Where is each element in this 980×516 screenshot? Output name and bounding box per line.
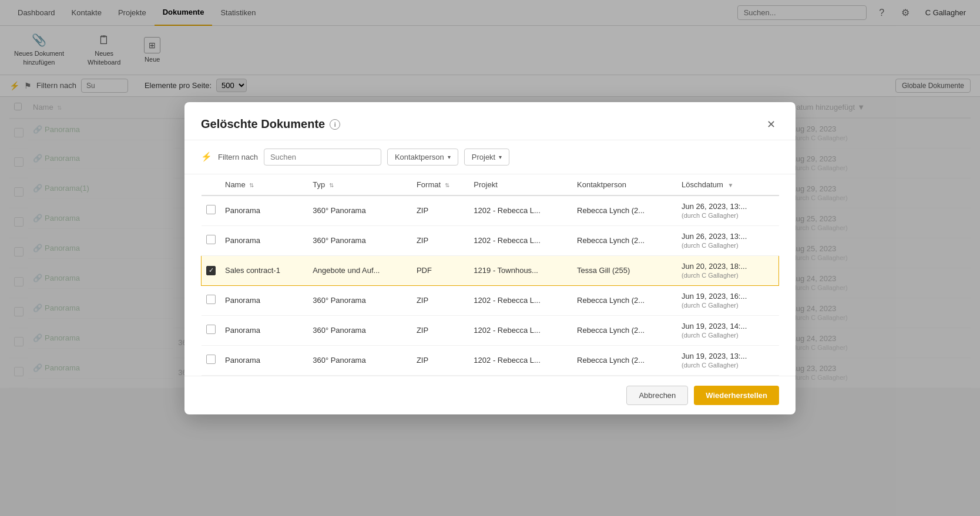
modal-filter-label: Filtern nach <box>218 153 258 161</box>
table-row[interactable]: Panorama 360° Panorama ZIP 1202 - Rebecc… <box>202 345 779 375</box>
row-projekt: 1202 - Rebecca L... <box>469 285 572 315</box>
row-typ: 360° Panorama <box>308 225 412 255</box>
row-name: Panorama <box>220 225 308 255</box>
modal-filter-icon-1[interactable]: ⚡ <box>201 151 212 162</box>
chevron-down-icon: ▾ <box>448 154 451 160</box>
modal-title-text: Gelöschte Dokumente <box>201 117 325 131</box>
modal-search-input[interactable] <box>264 149 381 166</box>
th-projekt[interactable]: Projekt <box>469 174 572 195</box>
typ-sort-icon: ⇅ <box>329 182 334 188</box>
row-typ: Angebote und Auf... <box>308 255 412 285</box>
info-icon[interactable]: i <box>330 119 340 130</box>
row-format: ZIP <box>412 225 469 255</box>
row-name: Panorama <box>220 345 308 375</box>
row-checkbox[interactable] <box>206 266 216 275</box>
chevron-down-icon-2: ▾ <box>499 154 502 160</box>
row-format: ZIP <box>412 345 469 375</box>
row-projekt: 1202 - Rebecca L... <box>469 225 572 255</box>
row-kontakt: Rebecca Lynch (2... <box>572 195 677 226</box>
modal-footer: Abbrechen Wiederherstellen <box>184 376 796 388</box>
th-kontakt[interactable]: Kontaktperson <box>572 174 677 195</box>
name-sort-icon: ⇅ <box>249 182 254 188</box>
table-row[interactable]: Sales contract-1 Angebote und Auf... PDF… <box>202 255 779 285</box>
table-row[interactable]: Panorama 360° Panorama ZIP 1202 - Rebecc… <box>202 315 779 345</box>
row-checkbox[interactable] <box>206 325 216 334</box>
th-datum[interactable]: Löschdatum <box>677 174 778 195</box>
row-format: ZIP <box>412 315 469 345</box>
modal-header: Gelöschte Dokumente i ✕ <box>184 102 796 140</box>
format-sort-icon: ⇅ <box>445 182 449 188</box>
th-name[interactable]: Name ⇅ <box>220 174 308 195</box>
table-row[interactable]: Panorama 360° Panorama ZIP 1202 - Rebecc… <box>202 195 779 226</box>
row-datum: Jun 20, 2023, 18:...(durch C Gallagher) <box>677 255 778 285</box>
row-projekt: 1202 - Rebecca L... <box>469 345 572 375</box>
row-projekt: 1202 - Rebecca L... <box>469 195 572 226</box>
deleted-documents-table: Name ⇅ Typ ⇅ Format ⇅ Projekt Kontaktper… <box>201 174 779 376</box>
row-format: PDF <box>412 255 469 285</box>
projekt-dropdown[interactable]: Projekt ▾ <box>464 149 509 166</box>
row-format: ZIP <box>412 195 469 226</box>
row-datum: Jun 19, 2023, 13:...(durch C Gallagher) <box>677 345 778 375</box>
projekt-label: Projekt <box>472 153 495 161</box>
row-kontakt: Tessa Gill (255) <box>572 255 677 285</box>
row-datum: Jun 19, 2023, 14:...(durch C Gallagher) <box>677 315 778 345</box>
row-typ: 360° Panorama <box>308 195 412 226</box>
row-kontakt: Rebecca Lynch (2... <box>572 285 677 315</box>
row-kontakt: Rebecca Lynch (2... <box>572 225 677 255</box>
row-name: Sales contract-1 <box>220 255 308 285</box>
row-checkbox[interactable] <box>206 295 216 304</box>
kontaktperson-dropdown[interactable]: Kontaktperson ▾ <box>387 149 458 166</box>
deleted-documents-modal: Gelöschte Dokumente i ✕ ⚡ Filtern nach K… <box>184 102 796 388</box>
cancel-button[interactable]: Abbrechen <box>626 386 688 388</box>
row-checkbox[interactable] <box>206 235 216 244</box>
row-kontakt: Rebecca Lynch (2... <box>572 315 677 345</box>
row-name: Panorama <box>220 315 308 345</box>
row-projekt: 1219 - Townhous... <box>469 255 572 285</box>
datum-sort-icon <box>727 182 733 188</box>
row-typ: 360° Panorama <box>308 285 412 315</box>
modal-overlay: Gelöschte Dokumente i ✕ ⚡ Filtern nach K… <box>0 0 980 388</box>
row-typ: 360° Panorama <box>308 315 412 345</box>
table-row[interactable]: Panorama 360° Panorama ZIP 1202 - Rebecc… <box>202 285 779 315</box>
row-format: ZIP <box>412 285 469 315</box>
row-typ: 360° Panorama <box>308 345 412 375</box>
row-name: Panorama <box>220 195 308 226</box>
row-kontakt: Rebecca Lynch (2... <box>572 345 677 375</box>
kontaktperson-label: Kontaktperson <box>395 153 444 161</box>
modal-title: Gelöschte Dokumente i <box>201 117 340 131</box>
row-datum: Jun 19, 2023, 16:...(durch C Gallagher) <box>677 285 778 315</box>
modal-filter-bar: ⚡ Filtern nach Kontaktperson ▾ Projekt ▾ <box>184 140 796 174</box>
table-row[interactable]: Panorama 360° Panorama ZIP 1202 - Rebecc… <box>202 225 779 255</box>
row-datum: Jun 26, 2023, 13:...(durch C Gallagher) <box>677 195 778 226</box>
row-checkbox[interactable] <box>206 355 216 364</box>
th-checkbox <box>202 174 221 195</box>
row-projekt: 1202 - Rebecca L... <box>469 315 572 345</box>
modal-table-container: Name ⇅ Typ ⇅ Format ⇅ Projekt Kontaktper… <box>184 174 796 376</box>
row-datum: Jun 26, 2023, 13:...(durch C Gallagher) <box>677 225 778 255</box>
row-name: Panorama <box>220 285 308 315</box>
th-format[interactable]: Format ⇅ <box>412 174 469 195</box>
row-checkbox[interactable] <box>206 205 216 214</box>
close-button[interactable]: ✕ <box>763 116 779 133</box>
th-typ[interactable]: Typ ⇅ <box>308 174 412 195</box>
restore-button[interactable]: Wiederherstellen <box>694 386 779 388</box>
